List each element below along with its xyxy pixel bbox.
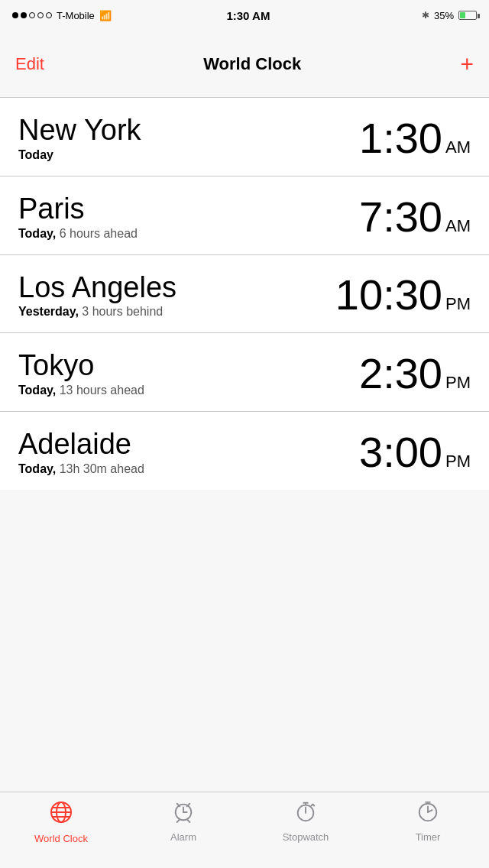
clock-time-ampm: AM bbox=[445, 138, 471, 157]
status-left: T-Mobile 📶 bbox=[12, 10, 112, 21]
clock-info: TokyoToday, 13 hours ahead bbox=[18, 350, 144, 397]
edit-button[interactable]: Edit bbox=[15, 54, 44, 74]
svg-line-9 bbox=[187, 804, 190, 807]
tab-timer[interactable]: Timer bbox=[367, 800, 489, 843]
alarm-icon bbox=[172, 800, 195, 828]
clock-time-ampm: AM bbox=[445, 216, 471, 236]
clock-time-main: 1:30 bbox=[359, 117, 442, 160]
tab-alarm-label: Alarm bbox=[170, 831, 196, 843]
svg-line-17 bbox=[313, 805, 314, 806]
signal-dots bbox=[12, 12, 52, 18]
clock-city: Los Angeles bbox=[18, 272, 176, 304]
svg-line-10 bbox=[177, 820, 180, 822]
status-time: 1:30 AM bbox=[112, 9, 385, 22]
tab-alarm[interactable]: Alarm bbox=[122, 800, 244, 843]
clock-time-ampm: PM bbox=[445, 294, 471, 314]
tab-bar: World Clock Alarm bbox=[0, 792, 489, 868]
clock-item: TokyoToday, 13 hours ahead2:30PM bbox=[0, 333, 489, 412]
clock-sub: Today, 6 hours ahead bbox=[18, 227, 138, 241]
tab-stopwatch-label: Stopwatch bbox=[283, 831, 329, 843]
battery-percent: 35% bbox=[434, 10, 454, 21]
clock-sub: Today, 13h 30m ahead bbox=[18, 462, 144, 476]
wifi-icon: 📶 bbox=[99, 10, 112, 21]
status-bar: T-Mobile 📶 1:30 AM ✱ 35% bbox=[0, 0, 489, 31]
clock-time-main: 7:30 bbox=[359, 196, 442, 238]
clock-time-ampm: PM bbox=[445, 373, 471, 393]
clock-item: ParisToday, 6 hours ahead7:30AM bbox=[0, 177, 489, 255]
clock-city: Adelaide bbox=[18, 429, 144, 461]
signal-dot-3 bbox=[29, 12, 35, 18]
tab-stopwatch[interactable]: Stopwatch bbox=[244, 800, 367, 843]
clock-time: 3:00PM bbox=[359, 431, 471, 474]
clock-city: Tokyo bbox=[18, 350, 144, 382]
nav-bar: Edit World Clock + bbox=[0, 31, 489, 98]
signal-dot-4 bbox=[37, 12, 44, 18]
clock-city: New York bbox=[18, 115, 141, 147]
add-clock-button[interactable]: + bbox=[460, 53, 474, 76]
svg-line-8 bbox=[177, 804, 180, 807]
svg-line-11 bbox=[188, 820, 190, 822]
clock-time: 10:30PM bbox=[335, 274, 471, 316]
clock-list: New YorkToday1:30AMParisToday, 6 hours a… bbox=[0, 98, 489, 490]
globe-icon bbox=[49, 800, 73, 830]
signal-dot-5 bbox=[46, 12, 52, 18]
clock-item: AdelaideToday, 13h 30m ahead3:00PM bbox=[0, 412, 489, 490]
clock-time-main: 3:00 bbox=[359, 431, 442, 474]
clock-time-main: 10:30 bbox=[335, 274, 442, 316]
bluetooth-icon: ✱ bbox=[422, 10, 429, 21]
clock-item: Los AngelesYesterday, 3 hours behind10:3… bbox=[0, 255, 489, 334]
clock-sub: Yesterday, 3 hours behind bbox=[18, 305, 176, 319]
stopwatch-icon bbox=[294, 800, 317, 828]
clock-time: 1:30AM bbox=[359, 117, 471, 160]
signal-dot-1 bbox=[12, 12, 18, 18]
battery-icon bbox=[458, 11, 477, 20]
timer-icon bbox=[416, 800, 439, 828]
tab-world-clock[interactable]: World Clock bbox=[0, 800, 122, 844]
clock-time: 2:30PM bbox=[359, 352, 471, 395]
carrier-label: T-Mobile bbox=[57, 10, 95, 21]
clock-info: ParisToday, 6 hours ahead bbox=[18, 193, 138, 241]
clock-info: AdelaideToday, 13h 30m ahead bbox=[18, 429, 144, 476]
clock-city: Paris bbox=[18, 193, 138, 225]
tab-timer-label: Timer bbox=[416, 831, 441, 843]
clock-sub: Today, 13 hours ahead bbox=[18, 384, 144, 397]
clock-time: 7:30AM bbox=[359, 196, 471, 238]
tab-world-clock-label: World Clock bbox=[34, 833, 88, 844]
clock-time-ampm: PM bbox=[445, 452, 471, 471]
clock-info: Los AngelesYesterday, 3 hours behind bbox=[18, 272, 176, 319]
clock-sub: Today bbox=[18, 148, 141, 162]
battery-fill bbox=[460, 12, 465, 18]
signal-dot-2 bbox=[21, 12, 27, 18]
clock-info: New YorkToday bbox=[18, 115, 141, 162]
clock-time-main: 2:30 bbox=[359, 352, 442, 395]
clock-item: New YorkToday1:30AM bbox=[0, 98, 489, 177]
status-right: ✱ 35% bbox=[385, 10, 477, 21]
nav-title: World Clock bbox=[203, 54, 301, 74]
